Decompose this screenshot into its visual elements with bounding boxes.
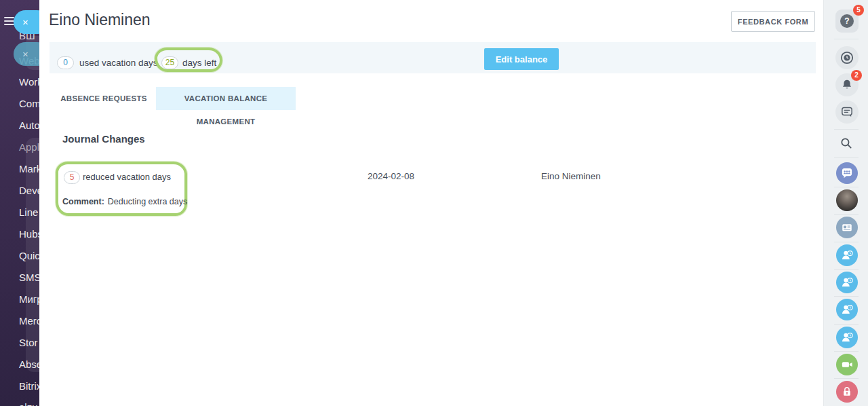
video-call-button[interactable]	[836, 354, 858, 375]
chat-lines-icon	[840, 105, 854, 119]
used-days-label: used vacation days	[79, 58, 158, 68]
reduced-days-value: 5	[64, 171, 80, 184]
hint-close-button-blue[interactable]: ×	[14, 10, 39, 34]
days-left-label: days left	[182, 58, 216, 68]
search-button[interactable]	[839, 136, 854, 151]
working-day-button[interactable]	[835, 46, 859, 69]
rail-divider	[834, 269, 859, 270]
rail-divider	[834, 187, 859, 187]
sidebar-item-appl[interactable]: Appl	[19, 141, 39, 153]
menu-icon[interactable]	[4, 17, 14, 26]
annotation-box-journal-entry	[56, 162, 187, 216]
sidebar-item-com[interactable]: Com	[19, 98, 39, 109]
security-lock-button[interactable]	[836, 381, 858, 403]
sidebar-item-migr[interactable]: Мигр	[19, 293, 39, 305]
feedback-form-button[interactable]: FEEDBACK FORM	[731, 11, 815, 32]
lock-icon	[840, 384, 854, 399]
feedback-chat-button[interactable]	[835, 100, 859, 124]
user-time-button-4[interactable]	[836, 327, 858, 348]
journal-entry-label: reduced vacation days	[83, 172, 171, 182]
rail-divider	[834, 39, 859, 39]
messenger-button[interactable]	[836, 162, 858, 184]
user-time-button-1[interactable]	[836, 244, 858, 266]
hint-close-button-teal[interactable]: ×	[14, 42, 39, 66]
contact-card-button[interactable]	[836, 217, 858, 238]
rail-divider	[834, 242, 859, 242]
rail-divider	[834, 324, 859, 325]
sidebar-item-hubs[interactable]: Hubs	[19, 228, 39, 240]
sidebar-item-line[interactable]: Line	[19, 206, 38, 218]
rail-divider	[834, 378, 859, 379]
journal-entry-comment: Comment:Deducting extra days	[62, 197, 187, 206]
journal-changes-heading: Journal Changes	[62, 133, 145, 145]
help-badge: 5	[853, 5, 864, 16]
sidebar-item-stor[interactable]: Stor	[19, 337, 38, 348]
page-title: Eino Nieminen	[49, 11, 151, 29]
sidebar-item-merc[interactable]: Merc	[19, 315, 39, 327]
sidebar-item-work[interactable]: Work	[19, 76, 39, 88]
user-clock-icon	[838, 246, 856, 264]
journal-entry-date: 2024-02-08	[368, 171, 414, 181]
bell-icon	[840, 77, 854, 92]
working-day-icon	[839, 50, 855, 66]
comment-text: Deducting extra days	[108, 197, 187, 206]
sidebar-item-clipped-bottom[interactable]: alzu	[19, 401, 38, 406]
rail-divider	[834, 296, 859, 297]
comment-label: Comment:	[62, 197, 104, 206]
rail-divider	[834, 157, 859, 158]
used-days-value: 0	[57, 56, 74, 69]
rail-divider	[834, 214, 859, 215]
rail-divider	[834, 351, 859, 352]
sidebar-item-bitrix[interactable]: Bitrix	[19, 380, 39, 392]
user-clock-icon	[838, 301, 856, 318]
messenger-icon	[839, 165, 855, 181]
sidebar-item-abse[interactable]: Abse	[19, 358, 39, 370]
sidebar-item-mark[interactable]: Mark	[19, 163, 39, 174]
user-clock-icon	[838, 274, 856, 291]
user-clock-icon	[838, 329, 856, 346]
sidebar-item-deve[interactable]: Deve	[19, 185, 39, 196]
user-time-button-3[interactable]	[836, 299, 858, 320]
sidebar-item-sms[interactable]: SMS	[19, 272, 39, 283]
tab-absence-requests[interactable]: ABSENCE REQUESTS	[60, 87, 148, 110]
sidebar-item-quic[interactable]: Quic	[19, 250, 39, 261]
notifications-badge: 2	[851, 70, 862, 81]
help-icon: ?	[840, 14, 854, 28]
main-panel: Eino Nieminen FEEDBACK FORM 0 used vacat…	[39, 0, 816, 406]
video-camera-icon	[839, 356, 855, 373]
left-sidebar: ВШ Web × × Work Com Auto Appl Mark Deve …	[0, 0, 39, 406]
rail-divider	[834, 129, 859, 130]
profile-avatar[interactable]	[836, 189, 858, 211]
right-rail: ? 5 2	[823, 0, 868, 406]
user-time-button-2[interactable]	[836, 272, 858, 293]
journal-entry-author: Eino Nieminen	[541, 171, 601, 181]
edit-balance-button[interactable]: Edit balance	[484, 48, 559, 70]
app-window: ВШ Web × × Work Com Auto Appl Mark Deve …	[0, 0, 868, 406]
contact-card-icon	[839, 219, 855, 236]
sidebar-item-auto[interactable]: Auto	[19, 119, 39, 131]
search-icon	[839, 136, 854, 151]
tab-vacation-balance-management[interactable]: VACATION BALANCE MANAGEMENT	[156, 87, 296, 110]
days-left-value: 25	[161, 56, 178, 69]
